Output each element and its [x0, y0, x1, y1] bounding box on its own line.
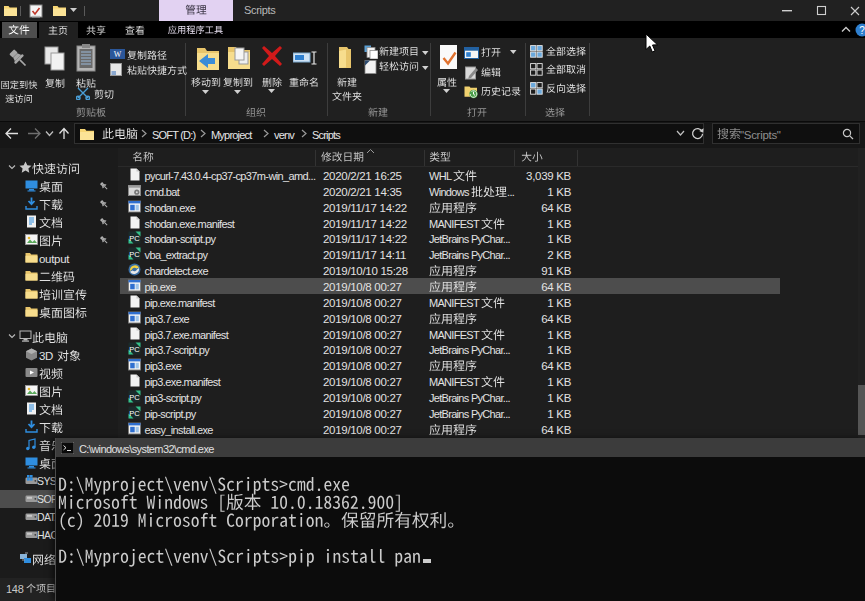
- svg-text:PC: PC: [129, 409, 140, 418]
- svg-text:PC: PC: [129, 250, 140, 259]
- svg-text:PC: PC: [129, 393, 140, 402]
- svg-text:?: ?: [859, 25, 865, 36]
- svg-text:PC: PC: [129, 234, 140, 243]
- svg-text:W: W: [114, 50, 122, 59]
- svg-text:PC: PC: [129, 345, 140, 354]
